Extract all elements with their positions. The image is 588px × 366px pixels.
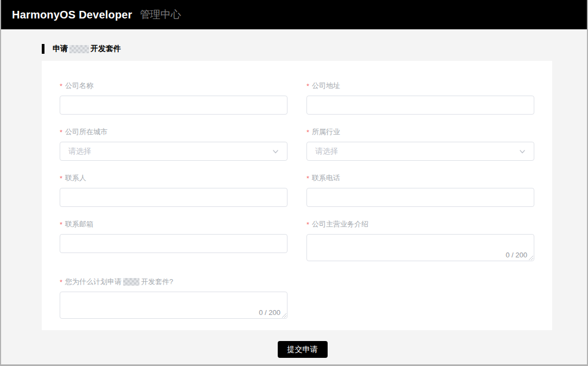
select-placeholder: 请选择 — [315, 147, 338, 156]
field-label-text: 联系电话 — [312, 173, 340, 183]
apply-reason-textarea-box: 0 / 200 — [60, 292, 287, 319]
submit-application-button[interactable]: 提交申请 — [278, 341, 328, 358]
field-label-text: 公司地址 — [312, 81, 340, 91]
contact-email-input[interactable] — [60, 234, 287, 253]
field-label: * 您为什么计划申请 开发套件? — [60, 277, 287, 287]
company-address-input[interactable] — [306, 96, 534, 115]
redacted-text — [69, 45, 89, 53]
title-accent-bar — [42, 44, 44, 54]
required-asterisk: * — [60, 82, 62, 90]
field-label-prefix: 您为什么计划申请 — [65, 277, 122, 287]
app-header: HarmonyOS Developer 管理中心 — [1, 0, 587, 29]
required-asterisk: * — [306, 174, 309, 182]
field-company-city: * 公司所在城市 请选择 — [60, 127, 287, 161]
company-name-input[interactable] — [60, 96, 287, 115]
field-company-name: * 公司名称 — [60, 81, 287, 115]
chevron-down-icon — [272, 148, 279, 155]
required-asterisk: * — [306, 128, 309, 136]
field-label: * 公司所在城市 — [60, 127, 287, 137]
field-main-business: * 公司主营业务介绍 0 / 200 — [306, 219, 534, 261]
required-asterisk: * — [306, 220, 309, 229]
field-contact-email: * 联系邮箱 — [60, 219, 287, 264]
form-grid: * 公司名称 * 公司地址 * 公司所在城市 请 — [60, 81, 534, 319]
field-company-address: * 公司地址 — [306, 81, 534, 115]
field-label: * 公司地址 — [306, 81, 534, 91]
industry-select[interactable]: 请选择 — [306, 142, 534, 161]
header-subtitle: 管理中心 — [140, 8, 181, 22]
required-asterisk: * — [60, 220, 62, 229]
required-asterisk: * — [60, 128, 62, 136]
field-contact-person: * 联系人 — [60, 173, 287, 207]
field-label: * 公司主营业务介绍 — [306, 219, 534, 229]
select-placeholder: 请选择 — [68, 147, 91, 156]
field-label-text: 公司主营业务介绍 — [312, 219, 368, 229]
field-label-suffix: 开发套件? — [141, 277, 173, 287]
submit-row: 提交申请 — [42, 341, 552, 358]
field-contact-phone: * 联系电话 — [306, 173, 534, 207]
field-label-text: 所属行业 — [312, 127, 340, 137]
field-label: * 联系人 — [60, 173, 287, 183]
field-label: * 联系电话 — [306, 173, 534, 183]
contact-person-input[interactable] — [60, 188, 287, 207]
contact-phone-input[interactable] — [306, 188, 534, 207]
chevron-down-icon — [519, 148, 526, 155]
page-title: 申请 开发套件 — [53, 44, 121, 54]
section-title-row: 申请 开发套件 — [42, 44, 587, 54]
main-business-textarea[interactable] — [307, 235, 534, 261]
brand-title: HarmonyOS Developer — [12, 9, 132, 21]
app-window: HarmonyOS Developer 管理中心 申请 开发套件 * 公司名称 — [0, 0, 588, 366]
field-label-text: 联系邮箱 — [65, 219, 93, 229]
field-label: * 公司名称 — [60, 81, 287, 91]
page-title-prefix: 申请 — [53, 44, 68, 54]
field-label-text: 公司名称 — [65, 81, 93, 91]
field-label: * 联系邮箱 — [60, 219, 287, 229]
field-label: * 所属行业 — [306, 127, 534, 137]
field-label-text: 联系人 — [65, 173, 86, 183]
required-asterisk: * — [60, 278, 62, 286]
apply-reason-textarea[interactable] — [60, 292, 287, 318]
field-label-text: 公司所在城市 — [65, 127, 107, 137]
application-form-card: * 公司名称 * 公司地址 * 公司所在城市 请 — [42, 61, 552, 330]
field-apply-reason: * 您为什么计划申请 开发套件? 0 / 200 — [60, 277, 287, 319]
company-city-select[interactable]: 请选择 — [60, 142, 287, 161]
page-title-suffix: 开发套件 — [91, 44, 121, 54]
required-asterisk: * — [306, 82, 309, 90]
main-business-textarea-box: 0 / 200 — [306, 234, 534, 261]
required-asterisk: * — [60, 174, 62, 182]
field-industry: * 所属行业 请选择 — [306, 127, 534, 161]
redacted-text — [123, 278, 139, 286]
